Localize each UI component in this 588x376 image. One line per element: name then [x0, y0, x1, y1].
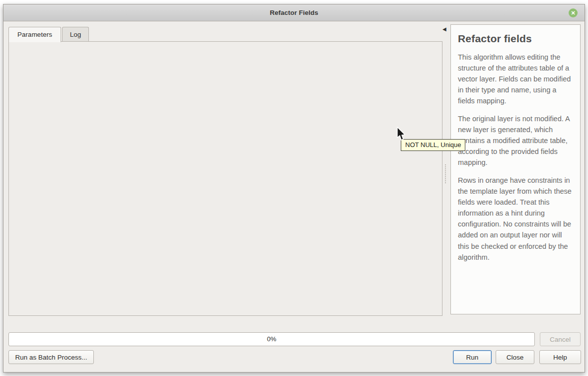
run-as-batch-button[interactable]: Run as Batch Process... [8, 350, 94, 364]
parameters-panel [8, 41, 442, 316]
progress-bar: 0% [8, 332, 535, 346]
run-button[interactable]: Run [453, 350, 492, 364]
collapse-panel-icon[interactable]: ◀ [442, 26, 446, 32]
close-button[interactable]: Close [496, 350, 534, 364]
tab-log[interactable]: Log [62, 27, 89, 42]
help-paragraph: The original layer is not modified. A ne… [458, 113, 573, 168]
refactor-fields-dialog: Refactor Fields ✕ Parameters Log Input l… [3, 4, 585, 373]
help-paragraph: Rows in orange have constraints in the t… [458, 175, 573, 262]
dialog-title: Refactor Fields [3, 4, 585, 21]
title-bar[interactable]: Refactor Fields ✕ [3, 4, 585, 21]
help-panel: Refactor fields This algorithm allows ed… [450, 24, 581, 314]
mouse-cursor [396, 127, 407, 144]
help-paragraph: This algorithm allows editing the struct… [458, 52, 573, 106]
cancel-button[interactable]: Cancel [540, 332, 581, 346]
help-button[interactable]: Help [539, 350, 581, 364]
close-icon[interactable]: ✕ [569, 8, 578, 17]
tab-parameters[interactable]: Parameters [8, 27, 61, 42]
constraints-tooltip: NOT NULL, Unique [401, 139, 465, 151]
help-title: Refactor fields [458, 33, 573, 45]
splitter-handle[interactable] [445, 164, 446, 183]
